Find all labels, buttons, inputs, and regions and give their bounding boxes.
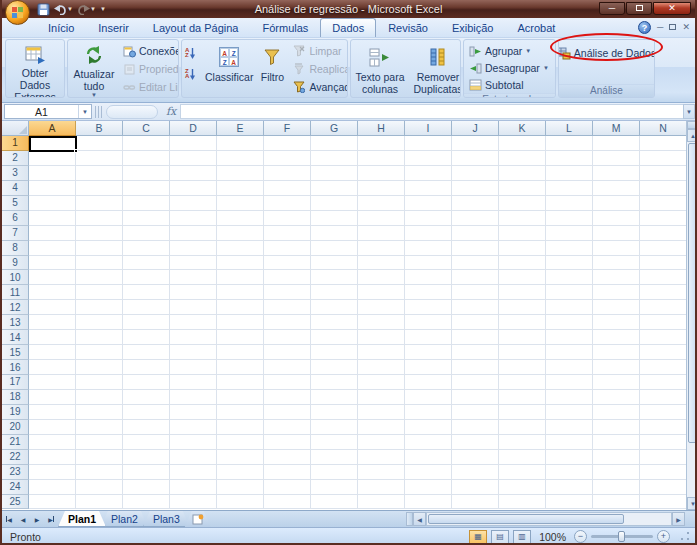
column-header-a[interactable]: A xyxy=(29,121,76,136)
grid-cell-k7[interactable] xyxy=(499,226,546,241)
grid-cell-i23[interactable] xyxy=(405,465,452,480)
grid-cell-n16[interactable] xyxy=(640,360,687,375)
grid-cell-d23[interactable] xyxy=(170,465,217,480)
grid-cell-f21[interactable] xyxy=(264,435,311,450)
grid-cell-e6[interactable] xyxy=(217,211,264,226)
grid-cell-d15[interactable] xyxy=(170,345,217,360)
grid-cell-h14[interactable] xyxy=(358,330,405,345)
grid-cell-l1[interactable] xyxy=(546,136,593,151)
grid-cell-k12[interactable] xyxy=(499,300,546,315)
scroll-right-button[interactable]: ▶ xyxy=(672,512,685,526)
grid-cell-h13[interactable] xyxy=(358,315,405,330)
row-header-1[interactable]: 1 xyxy=(2,136,29,151)
grid-cell-c3[interactable] xyxy=(123,166,170,181)
grid-cell-c15[interactable] xyxy=(123,345,170,360)
grid-cell-k10[interactable] xyxy=(499,270,546,285)
close-button[interactable]: ✕ xyxy=(653,2,691,15)
grid-cell-j24[interactable] xyxy=(452,480,499,495)
grid-cell-l10[interactable] xyxy=(546,270,593,285)
grid-cell-g25[interactable] xyxy=(311,495,358,510)
grid-cell-a23[interactable] xyxy=(29,465,76,480)
ocultar-detalhe-button[interactable]: − xyxy=(552,64,556,80)
grid-cell-f24[interactable] xyxy=(264,480,311,495)
row-header-16[interactable]: 16 xyxy=(2,360,29,375)
grid-cell-e5[interactable] xyxy=(217,196,264,211)
grid-cell-m18[interactable] xyxy=(593,390,640,405)
grid-cell-e4[interactable] xyxy=(217,181,264,196)
grid-cell-b22[interactable] xyxy=(76,450,123,465)
grid-cell-i2[interactable] xyxy=(405,151,452,166)
grid-cell-n3[interactable] xyxy=(640,166,687,181)
grid-cell-i11[interactable] xyxy=(405,285,452,300)
grid-cell-e15[interactable] xyxy=(217,345,264,360)
grid-cell-l21[interactable] xyxy=(546,435,593,450)
row-header-25[interactable]: 25 xyxy=(2,495,29,510)
grid-cell-n9[interactable] xyxy=(640,256,687,271)
column-header-c[interactable]: C xyxy=(123,121,170,136)
resize-grip[interactable] xyxy=(678,530,691,543)
grid-cell-g24[interactable] xyxy=(311,480,358,495)
first-sheet-button[interactable]: ◀ xyxy=(2,511,16,527)
column-header-j[interactable]: J xyxy=(452,121,499,136)
grid-cell-n11[interactable] xyxy=(640,285,687,300)
grid-cell-f5[interactable] xyxy=(264,196,311,211)
subtotal-button[interactable]: Subtotal xyxy=(466,77,551,93)
grid-cell-n22[interactable] xyxy=(640,450,687,465)
name-box[interactable]: A1 ▼ xyxy=(4,104,92,119)
grid-cell-h7[interactable] xyxy=(358,226,405,241)
grid-cell-k4[interactable] xyxy=(499,181,546,196)
grid-cell-f7[interactable] xyxy=(264,226,311,241)
tab-layout-da-página[interactable]: Layout da Página xyxy=(141,18,251,37)
grid-cell-a15[interactable] xyxy=(29,345,76,360)
grid-cell-n8[interactable] xyxy=(640,241,687,256)
grid-cell-b13[interactable] xyxy=(76,315,123,330)
column-header-m[interactable]: M xyxy=(593,121,640,136)
scroll-left-button[interactable]: ◀ xyxy=(413,512,426,526)
grid-cell-m9[interactable] xyxy=(593,256,640,271)
grid-cell-j9[interactable] xyxy=(452,256,499,271)
grid-cell-a7[interactable] xyxy=(29,226,76,241)
column-header-l[interactable]: L xyxy=(546,121,593,136)
grid-cell-a17[interactable] xyxy=(29,375,76,390)
grid-cell-k6[interactable] xyxy=(499,211,546,226)
remover-duplicatas-button[interactable]: Remover Duplicatas xyxy=(409,42,461,98)
zoom-in-button[interactable]: + xyxy=(657,530,670,543)
grid-cell-k16[interactable] xyxy=(499,360,546,375)
obter-dados-externos-button[interactable]: Obter Dados Externos ▼ xyxy=(7,42,63,98)
grid-cell-i18[interactable] xyxy=(405,390,452,405)
grid-cell-g12[interactable] xyxy=(311,300,358,315)
grid-cell-l7[interactable] xyxy=(546,226,593,241)
grid-cell-m1[interactable] xyxy=(593,136,640,151)
grid-cell-k24[interactable] xyxy=(499,480,546,495)
grid-cell-i17[interactable] xyxy=(405,375,452,390)
grid-cell-g20[interactable] xyxy=(311,420,358,435)
tab-fórmulas[interactable]: Fórmulas xyxy=(251,18,321,37)
grid-cell-n24[interactable] xyxy=(640,480,687,495)
grid-cell-d20[interactable] xyxy=(170,420,217,435)
grid-cell-a12[interactable] xyxy=(29,300,76,315)
column-header-b[interactable]: B xyxy=(76,121,123,136)
grid-cell-i5[interactable] xyxy=(405,196,452,211)
grid-cell-h16[interactable] xyxy=(358,360,405,375)
grid-cell-d7[interactable] xyxy=(170,226,217,241)
grid-cell-c13[interactable] xyxy=(123,315,170,330)
grid-cell-j20[interactable] xyxy=(452,420,499,435)
grid-cell-h2[interactable] xyxy=(358,151,405,166)
sort-descending-button[interactable]: ZA xyxy=(184,66,201,82)
row-header-24[interactable]: 24 xyxy=(2,480,29,495)
grid-cell-e11[interactable] xyxy=(217,285,264,300)
grid-cell-h23[interactable] xyxy=(358,465,405,480)
grid-cell-l16[interactable] xyxy=(546,360,593,375)
grid-cell-k17[interactable] xyxy=(499,375,546,390)
grid-cell-g6[interactable] xyxy=(311,211,358,226)
grid-cell-b5[interactable] xyxy=(76,196,123,211)
grid-cell-i19[interactable] xyxy=(405,405,452,420)
grid-cell-g8[interactable] xyxy=(311,241,358,256)
grid-cell-k18[interactable] xyxy=(499,390,546,405)
grid-cell-l20[interactable] xyxy=(546,420,593,435)
grid-cell-c7[interactable] xyxy=(123,226,170,241)
vertical-split-handle[interactable] xyxy=(687,121,697,129)
grid-cell-m14[interactable] xyxy=(593,330,640,345)
grid-cell-n5[interactable] xyxy=(640,196,687,211)
grid-cell-g22[interactable] xyxy=(311,450,358,465)
